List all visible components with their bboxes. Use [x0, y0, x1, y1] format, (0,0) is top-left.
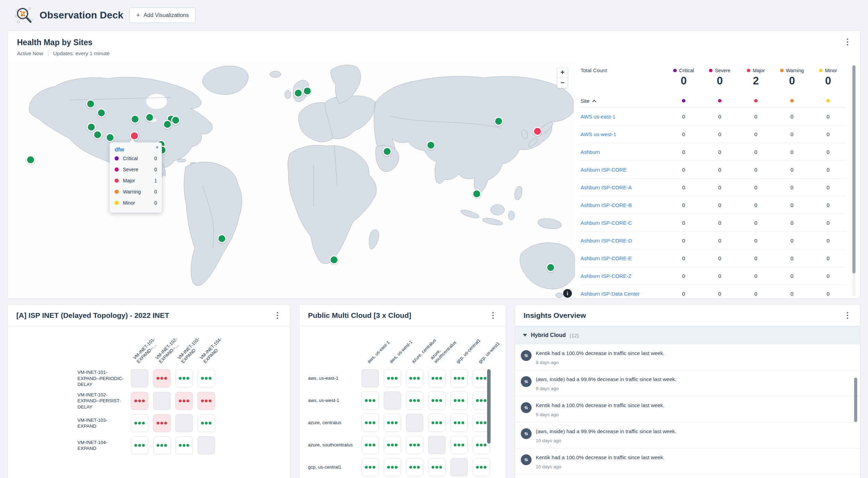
app-header: Observation Deck + Add Visualizations [0, 0, 868, 31]
matrix-scrollbar-thumb[interactable] [487, 369, 491, 444]
mesh-cell-ok[interactable] [428, 369, 445, 387]
mesh-cell-ok[interactable] [406, 458, 423, 476]
mesh-cell-ok[interactable] [450, 414, 468, 432]
insight-item[interactable]: (aws, inside) had a 99.8% decrease in tr… [515, 370, 860, 396]
map-marker[interactable] [546, 263, 555, 272]
map-marker[interactable] [217, 234, 226, 243]
mesh-cell-ok[interactable] [361, 392, 379, 410]
map-marker[interactable] [86, 99, 95, 108]
mesh-cell-ok[interactable] [384, 369, 401, 387]
site-link[interactable]: Ashburn ISP-CORE-Z [581, 273, 666, 279]
map-marker[interactable] [97, 108, 106, 117]
mesh-cell-ok[interactable] [428, 458, 445, 476]
status-dot-icon [179, 377, 182, 380]
mesh-cell-ok[interactable] [450, 369, 468, 387]
kebab-menu-icon[interactable] [843, 311, 852, 320]
map-marker[interactable] [494, 117, 503, 126]
kebab-menu-icon[interactable] [273, 311, 282, 320]
map-info-button[interactable]: i [563, 289, 572, 298]
zoom-in-button[interactable]: + [557, 67, 568, 77]
mesh-cell-ok[interactable] [428, 392, 445, 410]
add-visualizations-button[interactable]: + Add Visualizations [130, 8, 195, 23]
mesh-cell-ok[interactable] [473, 458, 490, 476]
map-marker[interactable] [533, 127, 542, 136]
map-marker-dfw[interactable] [130, 131, 139, 140]
sort-asc-icon[interactable] [592, 99, 596, 102]
site-link[interactable]: Ashburn ISP-CORE-A [581, 184, 666, 190]
mesh-cell-ok[interactable] [384, 436, 401, 454]
table-row: Ashburn ISP-CORE-E00000 [581, 249, 846, 267]
site-link[interactable]: Ashburn ISP-CORE-C [581, 220, 666, 226]
site-link[interactable]: Ashburn ISP-CORE-E [581, 255, 666, 261]
mesh-cell-alert[interactable] [153, 369, 170, 387]
scrollbar-thumb[interactable] [852, 65, 856, 273]
mesh-cell-ok[interactable] [175, 369, 193, 387]
site-link[interactable]: Ashburn ISP-CORE-B [581, 202, 666, 208]
mesh-cell-ok[interactable] [131, 414, 148, 432]
site-link[interactable]: Ashburn [581, 149, 666, 155]
zoom-out-button[interactable]: − [557, 78, 568, 88]
map-marker[interactable] [87, 123, 96, 132]
mesh-cell-ok[interactable] [406, 436, 423, 454]
mesh-cell-ok[interactable] [428, 414, 445, 432]
mesh-cell-ok[interactable] [406, 392, 423, 410]
insight-item[interactable]: Kentik had a 100.0% decrease in traffic … [515, 448, 860, 475]
map-marker[interactable] [472, 189, 481, 198]
map-marker[interactable] [145, 113, 154, 122]
mesh-cell-ok[interactable] [131, 436, 148, 454]
severity-label: Critical [123, 156, 138, 161]
map-marker[interactable] [426, 141, 435, 150]
map-marker[interactable] [329, 255, 339, 264]
mesh-cell-alert[interactable] [198, 392, 215, 410]
mesh-cell-ok[interactable] [450, 392, 468, 410]
mesh-cell-alert[interactable] [153, 414, 170, 432]
map-marker[interactable] [26, 155, 35, 164]
map-marker[interactable] [163, 120, 172, 129]
site-critical-value: 0 [666, 273, 702, 279]
status-dot-icon [373, 444, 375, 446]
site-link[interactable]: Ashburn ISP-CORE [581, 167, 666, 173]
world-map[interactable]: × dfw Critical0Severe0Major1Warning0Mino… [8, 60, 575, 299]
mesh-cell-ok[interactable] [198, 414, 215, 432]
mesh-cell-ok[interactable] [384, 458, 401, 476]
map-marker[interactable] [303, 86, 312, 96]
status-dot-icon [454, 421, 457, 424]
status-dot-icon [480, 466, 483, 469]
site-link[interactable]: Ashburn ISP-Data Center [581, 291, 666, 297]
mesh-cell-ok[interactable] [153, 436, 170, 454]
site-link[interactable]: AWS us-east-1 [581, 114, 666, 120]
mesh-cell-alert[interactable] [175, 392, 193, 410]
tooltip-site-link[interactable]: dfw [115, 147, 157, 153]
mesh-cell-ok[interactable] [175, 436, 193, 454]
map-marker[interactable] [93, 130, 102, 139]
mesh-cell-ok[interactable] [361, 458, 379, 476]
mesh-cell-ok[interactable] [406, 369, 423, 387]
mesh-cell-ok[interactable] [384, 414, 401, 432]
site-column-header[interactable]: Site [581, 98, 590, 104]
map-marker[interactable] [383, 147, 392, 156]
status-dot-icon [387, 421, 390, 424]
map-marker[interactable] [131, 115, 140, 124]
kebab-menu-icon[interactable] [488, 311, 498, 320]
insight-item[interactable]: Kentik had a 100.0% decrease in traffic … [515, 344, 860, 370]
mesh-cell-ok[interactable] [450, 436, 468, 454]
close-icon[interactable]: × [156, 144, 159, 150]
map-marker[interactable] [106, 133, 115, 142]
insights-group-hybrid-cloud[interactable]: Hybrid Cloud (12) [515, 326, 860, 344]
map-marker[interactable] [294, 89, 303, 98]
isp-mesh-matrix: VM-INET-101-EXPAND--…VM-INET-102-EXPAND-… [77, 329, 290, 454]
mesh-cell-ok[interactable] [361, 414, 379, 432]
status-dot-icon [484, 377, 486, 380]
insight-item[interactable]: (aws, inside) had a 99.9% decrease in tr… [515, 422, 860, 448]
site-link[interactable]: AWS us-west-1 [581, 131, 666, 137]
kebab-menu-icon[interactable] [843, 37, 852, 47]
insights-scrollbar-thumb[interactable] [854, 378, 857, 422]
map-marker[interactable] [171, 116, 180, 125]
insight-item[interactable]: Kentik had a 100.0% decrease in traffic … [515, 396, 860, 422]
mesh-cell-alert[interactable] [131, 392, 148, 410]
site-major-value: 0 [738, 255, 774, 261]
site-link[interactable]: Ashburn ISP-CORE-D [581, 238, 666, 244]
tooltip-row-severe: Severe0 [115, 164, 157, 175]
mesh-cell-ok[interactable] [361, 436, 379, 454]
mesh-cell-ok[interactable] [198, 369, 215, 387]
